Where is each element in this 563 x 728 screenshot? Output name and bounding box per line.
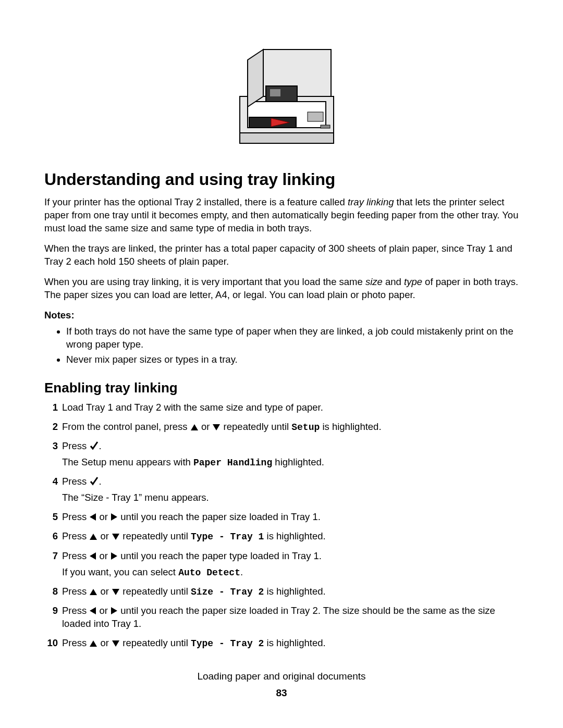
down-arrow-icon xyxy=(112,640,120,647)
step-subtext: If you want, you can select Auto Detect. xyxy=(62,566,519,579)
check-icon xyxy=(89,441,99,450)
text: or xyxy=(199,421,213,432)
text: is highlighted. xyxy=(320,421,381,432)
intro-paragraph-3: When you are using tray linking, it is v… xyxy=(44,276,519,302)
down-arrow-icon xyxy=(212,424,221,431)
left-arrow-icon xyxy=(89,513,96,521)
svg-marker-20 xyxy=(112,589,119,595)
text: . xyxy=(240,566,243,577)
svg-marker-16 xyxy=(112,534,119,540)
menu-option: Paper Handling xyxy=(193,458,272,468)
svg-marker-11 xyxy=(191,424,198,430)
text: Press xyxy=(62,605,89,616)
text: or xyxy=(96,511,111,522)
down-arrow-icon xyxy=(112,533,120,540)
text: repeatedly until xyxy=(221,421,291,432)
text: If you want, you can select xyxy=(62,566,178,577)
text: . xyxy=(99,476,101,487)
step-5: Press or until you reach the paper size … xyxy=(60,511,519,524)
text: Press xyxy=(62,637,89,648)
text: until you reach the paper size loaded in… xyxy=(118,511,321,522)
text: is highlighted. xyxy=(264,530,325,541)
step-subtext: The Setup menu appears with Paper Handli… xyxy=(62,456,519,469)
notes-heading: Notes: xyxy=(44,309,519,322)
text: Press xyxy=(62,511,89,522)
text: Press xyxy=(62,586,89,597)
text: or xyxy=(96,605,111,616)
text: or xyxy=(97,586,112,597)
menu-option: Type - Tray 2 xyxy=(191,638,264,649)
text: The Setup menu appears with xyxy=(62,456,193,467)
text: Press xyxy=(62,550,89,561)
right-arrow-icon xyxy=(111,552,118,560)
step-9: Press or until you reach the paper size … xyxy=(60,604,519,631)
down-arrow-icon xyxy=(112,588,120,596)
step-6: Press or repeatedly until Type - Tray 1 … xyxy=(60,530,519,543)
step-2: From the control panel, press or repeate… xyxy=(60,421,519,434)
page-title: Understanding and using tray linking xyxy=(44,168,519,191)
text: When you are using tray linking, it is v… xyxy=(44,276,365,287)
svg-marker-24 xyxy=(112,640,119,647)
printer-illustration xyxy=(214,34,349,154)
italic-term: type xyxy=(404,276,422,287)
left-arrow-icon xyxy=(89,552,96,560)
text: repeatedly until xyxy=(120,637,191,648)
svg-marker-13 xyxy=(90,513,96,521)
text: If your printer has the optional Tray 2 … xyxy=(44,196,348,207)
text: Press xyxy=(62,440,89,451)
text: highlighted. xyxy=(272,456,324,467)
step-1: Load Tray 1 and Tray 2 with the same siz… xyxy=(60,401,519,414)
text: Press xyxy=(62,530,89,541)
svg-marker-19 xyxy=(90,589,97,595)
menu-option: Setup xyxy=(291,422,320,433)
step-7: Press or until you reach the paper type … xyxy=(60,550,519,579)
text: or xyxy=(96,550,111,561)
svg-rect-6 xyxy=(270,89,280,96)
step-10: Press or repeatedly until Type - Tray 2 … xyxy=(60,637,519,650)
svg-marker-17 xyxy=(90,552,96,560)
left-arrow-icon xyxy=(89,607,96,615)
note-item: Never mix paper sizes or types in a tray… xyxy=(66,353,519,366)
step-4: Press . The “Size - Tray 1” menu appears… xyxy=(60,475,519,504)
menu-option: Size - Tray 2 xyxy=(191,587,264,597)
steps-list: Load Tray 1 and Tray 2 with the same siz… xyxy=(44,401,519,650)
svg-marker-12 xyxy=(213,424,220,430)
svg-rect-10 xyxy=(321,125,330,128)
step-8: Press or repeatedly until Size - Tray 2 … xyxy=(60,585,519,598)
text: repeatedly until xyxy=(120,530,191,541)
svg-marker-14 xyxy=(111,513,117,521)
step-3: Press . The Setup menu appears with Pape… xyxy=(60,440,519,469)
intro-paragraph-1: If your printer has the optional Tray 2 … xyxy=(44,196,519,235)
svg-marker-22 xyxy=(111,607,117,614)
text: From the control panel, press xyxy=(62,421,190,432)
text: or xyxy=(97,530,112,541)
svg-marker-21 xyxy=(90,607,96,614)
text: until you reach the paper type loaded in… xyxy=(118,550,322,561)
right-arrow-icon xyxy=(111,513,118,521)
note-item: If both trays do not have the same type … xyxy=(66,325,519,351)
text: is highlighted. xyxy=(264,586,325,597)
text: and xyxy=(383,276,404,287)
svg-marker-15 xyxy=(90,534,97,540)
notes-list: If both trays do not have the same type … xyxy=(44,325,519,366)
svg-marker-18 xyxy=(111,552,117,560)
svg-rect-1 xyxy=(240,133,334,143)
up-arrow-icon xyxy=(89,533,97,540)
svg-marker-23 xyxy=(90,640,97,647)
page-number: 83 xyxy=(44,686,519,700)
text: repeatedly until xyxy=(120,586,191,597)
right-arrow-icon xyxy=(111,607,118,615)
italic-term: size xyxy=(365,276,383,287)
text: is highlighted. xyxy=(264,637,325,648)
footer-chapter-title: Loading paper and original documents xyxy=(44,670,519,683)
text: Press xyxy=(62,476,89,487)
italic-term: tray linking xyxy=(348,196,394,207)
text: . xyxy=(99,440,101,451)
subsection-title: Enabling tray linking xyxy=(44,379,519,397)
up-arrow-icon xyxy=(89,640,97,647)
step-text: Load Tray 1 and Tray 2 with the same siz… xyxy=(62,402,323,413)
text: or xyxy=(97,637,112,648)
svg-rect-9 xyxy=(308,112,323,121)
menu-option: Auto Detect xyxy=(178,567,240,578)
manual-page: Understanding and using tray linking If … xyxy=(0,0,563,715)
